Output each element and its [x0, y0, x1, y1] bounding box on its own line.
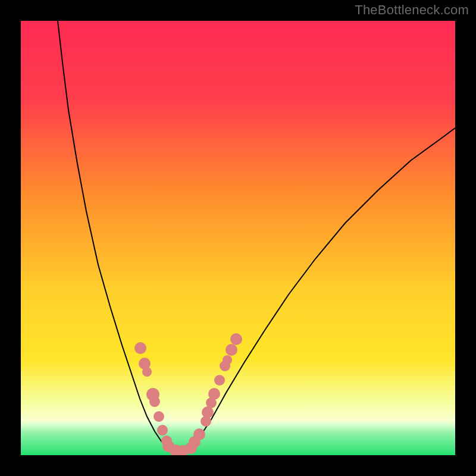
- outer-frame: TheBottleneck.com: [0, 0, 476, 476]
- data-dot: [202, 406, 214, 418]
- data-dot: [223, 355, 232, 365]
- data-dot: [214, 375, 225, 386]
- scatter-dots: [134, 333, 242, 455]
- data-dot: [208, 388, 220, 400]
- data-dot: [134, 342, 146, 354]
- data-dot: [149, 396, 160, 407]
- data-dot: [226, 344, 237, 356]
- data-dot: [193, 428, 205, 440]
- bottleneck-curve: [58, 21, 455, 453]
- curve-layer: [21, 21, 455, 455]
- data-dot: [230, 333, 242, 345]
- data-dot: [154, 411, 164, 422]
- data-dot: [157, 425, 168, 436]
- watermark-text: TheBottleneck.com: [355, 2, 469, 18]
- data-dot: [142, 367, 152, 377]
- plot-area: [21, 21, 455, 455]
